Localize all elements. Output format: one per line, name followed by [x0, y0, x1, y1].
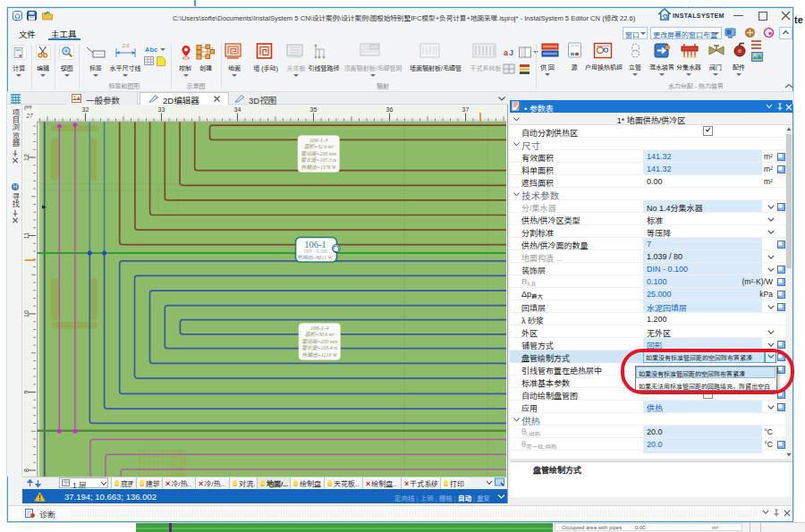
svg-text:H: H — [13, 183, 17, 190]
svg-text:管长度=103.4 m: 管长度=103.4 m — [301, 345, 337, 350]
svg-text:DIN - 0.100: DIN - 0.100 — [303, 249, 327, 254]
svg-text:管间距=200 mm: 管间距=200 mm — [301, 151, 336, 156]
svg-text:34: 34 — [234, 106, 242, 113]
svg-text:27: 27 — [25, 113, 33, 119]
svg-text:9: 9 — [23, 390, 30, 393]
svg-text:37: 37 — [462, 106, 470, 113]
svg-text:热输出=1378 W: 热输出=1378 W — [301, 165, 337, 170]
svg-text:32: 32 — [82, 106, 89, 113]
svg-text:106-1-3: 106-1-3 — [309, 137, 328, 143]
svg-text:管间距=200 mm: 管间距=200 mm — [301, 339, 337, 344]
svg-text:热输出=8611 W: 热输出=8611 W — [298, 254, 333, 260]
svg-text:面积=32.6 m²: 面积=32.6 m² — [304, 144, 334, 149]
svg-text:2.0: 2.0 — [122, 43, 131, 48]
svg-text:8: 8 — [23, 469, 30, 472]
svg-text:106-1: 106-1 — [304, 240, 326, 249]
svg-text:10: 10 — [23, 310, 30, 317]
svg-text:11: 11 — [23, 232, 30, 239]
svg-text:35: 35 — [310, 106, 318, 113]
svg-text:热输出=1219 W: 热输出=1219 W — [302, 352, 338, 358]
svg-text:36: 36 — [386, 106, 394, 113]
svg-text:12: 12 — [23, 154, 30, 161]
svg-text:33: 33 — [158, 106, 165, 113]
svg-text:管长度=107.3 m: 管长度=107.3 m — [301, 157, 336, 163]
svg-text:106-1-4: 106-1-4 — [310, 325, 329, 331]
svg-text:J: J — [509, 48, 513, 57]
svg-text:面积=30.6 m²: 面积=30.6 m² — [305, 332, 335, 337]
